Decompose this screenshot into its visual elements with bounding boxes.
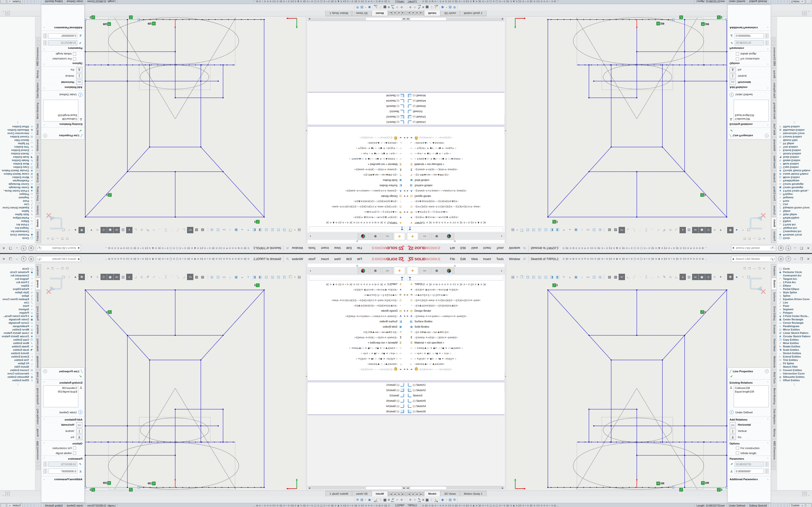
tree-item-sketch4[interactable]: (-) Sketch4 — [308, 403, 406, 409]
expand-icon[interactable]: ⌄ — [767, 26, 769, 29]
toolbar-icon[interactable]: ◨ — [257, 274, 263, 280]
toolbar-icon[interactable]: ◫ — [591, 274, 597, 280]
tool-parallelogram[interactable]: ▱Parallelogram — [0, 179, 35, 182]
subtool-icon[interactable]: ≡ — [422, 6, 424, 9]
tree-item-sketch1[interactable]: (-) Sketch1 — [308, 119, 406, 125]
tab-data-migration[interactable]: Data Migration — [36, 80, 41, 100]
spin-up-icon[interactable]: ▲ — [44, 43, 47, 45]
menu-view[interactable]: View — [468, 245, 480, 251]
maximize-icon[interactable]: ❐ — [51, 237, 54, 240]
toolbar-icon[interactable]: ⌗ — [95, 274, 100, 280]
doc-tab-model[interactable]: Model — [424, 491, 440, 497]
document-window-controls[interactable]: ❐❐—❐✕ — [47, 267, 69, 270]
toolbar-icon[interactable]: ❋ — [727, 227, 733, 233]
tool-center-rectangle[interactable]: ▣Center Rectangle — [777, 318, 812, 321]
expand-icon[interactable]: ▶ — [406, 137, 409, 139]
subtool-icon[interactable]: ▦ — [383, 498, 387, 502]
tool-trim-entities[interactable]: ✂Trim Entities — [0, 145, 35, 149]
tool-intersection-curve[interactable]: ∩Intersection Curve — [777, 372, 812, 375]
toolbar-icon[interactable]: ◒ — [567, 274, 573, 280]
minimize-button[interactable]: – — [15, 246, 19, 250]
propertymanager-tab[interactable]: ≔ — [382, 233, 393, 240]
tab-nav-buttons[interactable]: ❘◀◀▶▶❘ — [406, 10, 424, 15]
relation-badge[interactable]: =109 — [103, 22, 111, 26]
toolbar-icon[interactable]: ◨ — [549, 274, 555, 280]
search-box[interactable]: ◈ ▾ — [36, 245, 81, 251]
checkbox[interactable] — [73, 57, 76, 61]
maximize-icon[interactable]: ❐ — [51, 267, 54, 270]
toolbar-icon[interactable]: ↓ — [227, 274, 233, 280]
tab-overflow[interactable]: ⋮ — [36, 462, 41, 466]
checkbox[interactable] — [73, 52, 76, 56]
menu-tools[interactable]: Tools — [494, 245, 506, 251]
tree-item-root[interactable]: ❖TЯPDL2. ⊙ ƷƐ ⊙ Ɯ ⊙ ⊙ ⊙ ✛ ⊙ ƆƆ ⊙ ƷƐ ⊙ • … — [406, 220, 504, 225]
expand-icon[interactable]: ▶ — [406, 190, 409, 192]
tool-circle[interactable]: ◯Circle — [777, 237, 812, 240]
tree-splitter[interactable] — [406, 125, 504, 126]
collapse-icon[interactable]: ⌃ — [43, 86, 45, 89]
scroll-right-icon[interactable]: ▶ — [501, 18, 504, 20]
tool-stretch-entities[interactable]: ↔Stretch Entities — [0, 351, 35, 355]
tool-move-entities[interactable]: ↗Move Entities — [777, 162, 812, 166]
toolbar-icon[interactable]: ╳ — [163, 274, 169, 280]
tool-partial-ellipse[interactable]: ◔Partial Ellipse — [777, 216, 812, 220]
tool-perimeter-circle[interactable]: ◉Perimeter Circle — [777, 270, 812, 274]
search-input[interactable] — [735, 257, 770, 261]
tool-segment[interactable]: ┅Segment — [0, 196, 35, 200]
collapse-icon[interactable]: ⌃ — [43, 47, 45, 50]
tool-3-point-arc[interactable]: ◡3 Point Arc — [0, 281, 35, 284]
tool-silhouette-entities[interactable]: ◍Silhouette Entities — [777, 128, 812, 132]
help-icon[interactable]: ? — [21, 256, 27, 262]
tab-direct-editing[interactable]: Direct Editing — [36, 304, 41, 322]
toolbar-icon[interactable]: ✦ — [89, 274, 94, 280]
tree-item-star[interactable]: ★○ƸƧƷƐ✛◦♟◎ɅAΦ○◦○ΦAɅ◎♟◦✛ƷƐƸƧ○ — [406, 287, 504, 292]
tab-evaluate[interactable]: Evaluate — [36, 171, 41, 184]
tab-evaluate[interactable]: Evaluate — [771, 171, 776, 184]
panel-help-icon[interactable]: ? — [765, 134, 769, 137]
tree-item-plane[interactable]: ▱○ ✛ИИ◎♟+○ ✳ ◉Ⅰ○ ◦○ Ⅰ◉ ✳ ○+♟◎ИИ✛ ○ — [308, 345, 406, 350]
tree-item-plane[interactable]: ▱○ ✛ИИ◎♟+○ ✳ ◉Ⅰ○ ◦○ Ⅰ◉ ✳ ○+♟◎ИИ✛ ○ — [406, 157, 504, 162]
tree-item-sketch6[interactable]: (-) Sketch6 — [308, 409, 406, 414]
option-for-construction[interactable]: For construction — [41, 56, 84, 62]
spinner[interactable]: ▲▼ — [43, 469, 47, 474]
tree-item-sketch3[interactable]: Sketch3 — [406, 393, 504, 398]
tool-convert-entities[interactable]: ⊡Convert Entities — [777, 369, 812, 372]
add-relation-fix[interactable]: ⚓Fix — [41, 434, 84, 440]
tree-item-material[interactable]: ≣Material < not specified > — [308, 340, 406, 345]
tool-style-spline[interactable]: ∿Style Spline — [0, 291, 35, 294]
subtool-icon[interactable]: ⚙ — [453, 6, 456, 9]
tool-rotate-entities[interactable]: ↻Rotate Entities — [0, 159, 35, 162]
toolbar-icon[interactable]: ∞ — [692, 227, 698, 233]
tree-item-sketch5[interactable]: (-) Sketch5 — [308, 104, 406, 109]
tree-item-material[interactable]: ≣Material < not specified > — [406, 162, 504, 167]
pane-splitter[interactable] — [305, 264, 307, 490]
tab-mesh-modeling[interactable]: Mesh Modeling — [36, 386, 41, 406]
tree-item-sketch6[interactable]: (-) Sketch6 — [308, 93, 406, 98]
tool-3-point-center-recta-[interactable]: ◈3 Point Center Recta... — [0, 189, 35, 193]
minimize-icon[interactable]: — — [56, 267, 59, 270]
tool-silhouette-entities[interactable]: ◍Silhouette Entities — [777, 375, 812, 379]
restore-button[interactable]: ❐ — [799, 246, 804, 250]
ok-check-icon[interactable]: ✔ — [41, 374, 84, 380]
menu-window[interactable]: Window — [289, 245, 306, 251]
toolbar-icon[interactable]: ❋ — [79, 227, 85, 233]
close-button[interactable]: ✕ — [1, 246, 6, 250]
tool-move-entities[interactable]: ↗Move Entities — [0, 341, 35, 345]
pane-collapse-handle[interactable] — [454, 265, 456, 267]
pane-collapse-handle[interactable] — [454, 240, 456, 242]
toolbar-icon[interactable]: ⌗ — [712, 227, 717, 233]
tree-item-ann[interactable]: ▶A○ƸƧИИ◎◦✛A✛◎ИИA○◦○AИИ◎✛A✛◦◎ИИƸƧ○ — [308, 188, 406, 193]
tree-item-sketch1[interactable]: (-) Sketch1 — [406, 382, 504, 388]
toolbar-icon[interactable]: ∿ — [655, 274, 661, 280]
tree-item-blocks[interactable]: ✎○ƸƧ◦Ʊ✻♟AƜ○◦○ƜA♟✻Ʊ◦ƸƧ○ — [406, 172, 504, 178]
tree-item-sketch4[interactable]: (-) Sketch4 — [406, 403, 504, 409]
toolbar-icon[interactable]: ▭ — [585, 274, 591, 280]
toolbar-icon[interactable]: ✦ — [89, 227, 94, 233]
spin-up-icon[interactable]: ▲ — [765, 36, 768, 38]
tool-3-point-center-recta-[interactable]: ◈3 Point Center Recta... — [777, 189, 812, 193]
help-icon[interactable]: ? — [21, 245, 27, 251]
tab-data-migration[interactable]: Data Migration — [36, 407, 41, 427]
tree-item-solid[interactable]: ▣Solid Bodies — [406, 178, 504, 183]
tab-nav-buttons[interactable]: ❘◀◀▶▶❘ — [388, 492, 406, 497]
checkbox[interactable] — [736, 446, 739, 450]
